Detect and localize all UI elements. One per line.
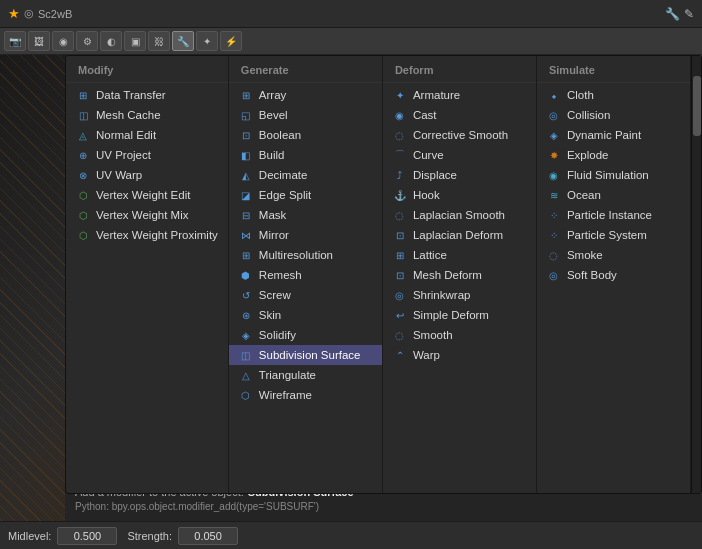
menu-item-label: Armature [413,89,460,101]
midlevel-input[interactable]: 0.500 [57,527,117,545]
menu-item-label: UV Project [96,149,151,161]
menu-item-label: Smooth [413,329,453,341]
menu-item[interactable]: ⊟Mask [229,205,382,225]
properties-toolbar: 📷 🖼 ◉ ⚙ ◐ ▣ ⛓ 🔧 ✦ ⚡ [0,28,702,55]
menu-item[interactable]: ⬡Vertex Weight Mix [66,205,228,225]
menu-item[interactable]: ⬥Cloth [537,85,690,105]
menu-item-label: Curve [413,149,444,161]
menu-item[interactable]: ↩Simple Deform [383,305,536,325]
menu-item-icon: ⁘ [547,228,561,242]
menu-item[interactable]: ◈Solidify [229,325,382,345]
menu-item[interactable]: ⊛Skin [229,305,382,325]
menu-item[interactable]: ⊞Multiresolution [229,245,382,265]
scrollbar[interactable] [691,56,701,493]
menu-item-icon: ⚓ [393,188,407,202]
menu-item[interactable]: ◌Corrective Smooth [383,125,536,145]
menu-item[interactable]: ◫Subdivision Surface [229,345,382,365]
menu-item[interactable]: ◬Normal Edit [66,125,228,145]
menu-item[interactable]: ◌Smooth [383,325,536,345]
menu-item-icon: ⬡ [76,208,90,222]
menu-item[interactable]: ◉Fluid Simulation [537,165,690,185]
menu-item[interactable]: ◎Shrinkwrap [383,285,536,305]
menu-item-icon: ◎ [547,268,561,282]
menu-item[interactable]: ⊗UV Warp [66,165,228,185]
menu-item[interactable]: ⬡Wireframe [229,385,382,405]
menu-item[interactable]: ◧Build [229,145,382,165]
menu-item[interactable]: ◪Edge Split [229,185,382,205]
strength-input[interactable]: 0.050 [178,527,238,545]
menu-item[interactable]: ⁘Particle System [537,225,690,245]
menu-item[interactable]: ◌Smoke [537,245,690,265]
menu-item-icon: ◭ [239,168,253,182]
menu-item[interactable]: ◉Cast [383,105,536,125]
menu-item-label: Particle Instance [567,209,652,221]
prop-physics-btn[interactable]: ⚡ [220,31,242,51]
menu-item[interactable]: ⊡Mesh Deform [383,265,536,285]
menu-item[interactable]: ⁘Particle Instance [537,205,690,225]
menu-item-label: Skin [259,309,281,321]
prop-scene-btn[interactable]: ⚙ [76,31,98,51]
menu-item-label: Smoke [567,249,603,261]
menu-item-icon: ⊞ [76,88,90,102]
menu-item[interactable]: ⌒Curve [383,145,536,165]
menu-item[interactable]: ≋Ocean [537,185,690,205]
menu-item-label: Multiresolution [259,249,333,261]
simulate-column: Simulate⬥Cloth◎Collision◈Dynamic Paint✸E… [537,56,691,493]
menu-item[interactable]: ⊡Laplacian Deform [383,225,536,245]
menu-item-icon: ◈ [547,128,561,142]
menu-item[interactable]: ◈Dynamic Paint [537,125,690,145]
menu-item[interactable]: ⊞Data Transfer [66,85,228,105]
menu-item[interactable]: ⤴Displace [383,165,536,185]
menu-item[interactable]: ↺Screw [229,285,382,305]
strength-label: Strength: [127,530,172,542]
prop-view-btn[interactable]: ◉ [52,31,74,51]
scrollbar-thumb[interactable] [693,76,701,136]
prop-constraints-btn[interactable]: ⛓ [148,31,170,51]
menu-item[interactable]: ⊞Lattice [383,245,536,265]
menu-item[interactable]: ◭Decimate [229,165,382,185]
menu-item[interactable]: ◱Bevel [229,105,382,125]
menu-item-icon: ◌ [393,128,407,142]
menu-item-icon: ⊞ [393,248,407,262]
menu-item[interactable]: ◌Laplacian Smooth [383,205,536,225]
column-header-deform: Deform [383,60,536,83]
menu-item[interactable]: △Triangulate [229,365,382,385]
wrench-icon: 🔧 [665,7,680,21]
tooltip-python: Python: bpy.ops.object.modifier_add(type… [75,501,692,512]
menu-item-label: UV Warp [96,169,142,181]
menu-item-label: Normal Edit [96,129,156,141]
menu-item[interactable]: ⬢Remesh [229,265,382,285]
prop-modifier-btn[interactable]: 🔧 [172,31,194,51]
menu-item-label: Fluid Simulation [567,169,649,181]
menu-item-label: Particle System [567,229,647,241]
menu-item[interactable]: ⊞Array [229,85,382,105]
menu-item-label: Displace [413,169,457,181]
menu-item[interactable]: ◎Soft Body [537,265,690,285]
menu-item[interactable]: ✦Armature [383,85,536,105]
menu-item[interactable]: ⬡Vertex Weight Edit [66,185,228,205]
menu-item[interactable]: ⬡Vertex Weight Proximity [66,225,228,245]
menu-item-icon: ⤴ [393,168,407,182]
menu-item[interactable]: ⊕UV Project [66,145,228,165]
prop-render-btn[interactable]: 📷 [4,31,26,51]
menu-item[interactable]: ⚓Hook [383,185,536,205]
menu-item[interactable]: ⊡Boolean [229,125,382,145]
menu-item[interactable]: ⋈Mirror [229,225,382,245]
menu-item-label: Mesh Cache [96,109,161,121]
menu-item[interactable]: ◎Collision [537,105,690,125]
prop-particles-btn[interactable]: ✦ [196,31,218,51]
menu-item[interactable]: ⌃Warp [383,345,536,365]
prop-output-btn[interactable]: 🖼 [28,31,50,51]
prop-obj-btn[interactable]: ▣ [124,31,146,51]
menu-item-label: Vertex Weight Edit [96,189,190,201]
menu-item[interactable]: ◫Mesh Cache [66,105,228,125]
menu-item-label: Shrinkwrap [413,289,471,301]
menu-item-label: Mirror [259,229,289,241]
midlevel-label: Midlevel: [8,530,51,542]
menu-item-icon: ⬥ [547,88,561,102]
menu-item[interactable]: ✸Explode [537,145,690,165]
menu-item-icon: ⊛ [239,308,253,322]
menu-item-icon: ◎ [393,288,407,302]
prop-world-btn[interactable]: ◐ [100,31,122,51]
menu-item-label: Data Transfer [96,89,166,101]
